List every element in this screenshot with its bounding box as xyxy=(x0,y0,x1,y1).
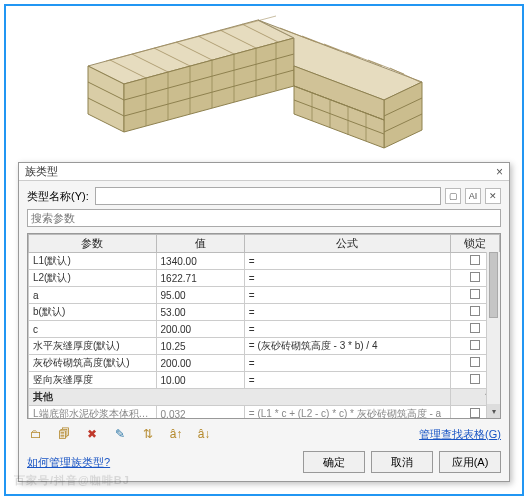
param-cell[interactable]: c xyxy=(29,321,157,338)
dialog-titlebar: 族类型 × xyxy=(19,163,509,181)
scroll-down-icon[interactable]: ▾ xyxy=(487,404,500,418)
search-row xyxy=(19,209,509,233)
lock-checkbox[interactable] xyxy=(470,357,480,367)
param-cell[interactable]: 竖向灰缝厚度 xyxy=(29,372,157,389)
value-cell[interactable]: 53.00 xyxy=(156,304,244,321)
value-cell[interactable]: 200.00 xyxy=(156,355,244,372)
type-name-input[interactable] xyxy=(95,187,441,205)
formula-cell[interactable]: = xyxy=(244,270,450,287)
table-row[interactable]: L2(默认)1622.71= xyxy=(29,270,500,287)
formula-cell[interactable]: = xyxy=(244,321,450,338)
cancel-button[interactable]: 取消 xyxy=(371,451,433,473)
lock-checkbox[interactable] xyxy=(470,306,480,316)
modify-param-icon[interactable]: ✎ xyxy=(111,425,129,443)
sort-desc-icon[interactable]: â↓ xyxy=(195,425,213,443)
section-header-other[interactable]: 其他⯆ xyxy=(29,389,500,406)
lock-checkbox[interactable] xyxy=(470,272,480,282)
manage-lookup-button[interactable]: 管理查找表格(G) xyxy=(419,427,501,442)
formula-cell[interactable]: = (L1 * c + (L2 - c) * c) * 灰砂砖砌筑高度 - a xyxy=(244,406,450,420)
param-cell[interactable]: L1(默认) xyxy=(29,253,157,270)
lock-checkbox[interactable] xyxy=(470,323,480,333)
apply-button[interactable]: 应用(A) xyxy=(439,451,501,473)
table-row[interactable]: 水平灰缝厚度(默认)10.25= (灰砂砖砌筑高度 - 3 * b) / 4 xyxy=(29,338,500,355)
value-cell[interactable]: 95.00 xyxy=(156,287,244,304)
param-cell[interactable]: L2(默认) xyxy=(29,270,157,287)
param-cell[interactable]: a xyxy=(29,287,157,304)
value-cell[interactable]: 10.00 xyxy=(156,372,244,389)
table-row[interactable]: c200.00= xyxy=(29,321,500,338)
help-link[interactable]: 如何管理族类型? xyxy=(27,455,110,470)
param-cell[interactable]: L端底部水泥砂浆本体积(默认) xyxy=(29,406,157,420)
scrollbar-thumb[interactable] xyxy=(489,252,498,318)
formula-cell[interactable]: = (灰砂砖砌筑高度 - 3 * b) / 4 xyxy=(244,338,450,355)
model-viewport xyxy=(6,6,522,162)
table-row[interactable]: 竖向灰缝厚度10.00= xyxy=(29,372,500,389)
type-name-row: 类型名称(Y): ▢ AI ✕ xyxy=(19,181,509,209)
dialog-footer: 如何管理族类型? 确定 取消 应用(A) xyxy=(19,445,509,481)
value-cell[interactable]: 10.25 xyxy=(156,338,244,355)
formula-cell[interactable]: = xyxy=(244,253,450,270)
param-cell[interactable]: 灰砂砖砌筑高度(默认) xyxy=(29,355,157,372)
parameters-table-wrap: 参数 值 公式 锁定 L1(默认)1340.00=L2(默认)1622.71=a… xyxy=(27,233,501,419)
col-value[interactable]: 值 xyxy=(156,235,244,253)
lock-checkbox[interactable] xyxy=(470,255,480,265)
brick-wall-3d xyxy=(76,12,456,160)
sort-asc-icon[interactable]: â↑ xyxy=(167,425,185,443)
section-label: 其他 xyxy=(29,389,451,406)
table-row[interactable]: b(默认)53.00= xyxy=(29,304,500,321)
move-up-icon[interactable]: ⇅ xyxy=(139,425,157,443)
col-lock[interactable]: 锁定 xyxy=(450,235,499,253)
ok-button[interactable]: 确定 xyxy=(303,451,365,473)
parameters-table: 参数 值 公式 锁定 L1(默认)1340.00=L2(默认)1622.71=a… xyxy=(28,234,500,419)
lock-checkbox[interactable] xyxy=(470,340,480,350)
param-toolbar: 🗀 🗐 ✖ ✎ ⇅ â↑ â↓ 管理查找表格(G) xyxy=(19,419,509,445)
table-row[interactable]: L1(默认)1340.00= xyxy=(29,253,500,270)
close-icon[interactable]: × xyxy=(496,165,503,179)
delete-param-icon[interactable]: ✖ xyxy=(83,425,101,443)
table-row[interactable]: L端底部水泥砂浆本体积(默认)0.032= (L1 * c + (L2 - c)… xyxy=(29,406,500,420)
dialog-title-text: 族类型 xyxy=(25,164,58,179)
value-cell[interactable]: 0.032 xyxy=(156,406,244,420)
col-param[interactable]: 参数 xyxy=(29,235,157,253)
family-types-dialog: 族类型 × 类型名称(Y): ▢ AI ✕ 参数 值 公式 锁定 xyxy=(18,162,510,482)
param-cell[interactable]: 水平灰缝厚度(默认) xyxy=(29,338,157,355)
add-shared-param-icon[interactable]: 🗐 xyxy=(55,425,73,443)
value-cell[interactable]: 200.00 xyxy=(156,321,244,338)
rename-type-icon[interactable]: AI xyxy=(465,188,481,204)
lock-checkbox[interactable] xyxy=(470,408,480,418)
value-cell[interactable]: 1340.00 xyxy=(156,253,244,270)
lock-checkbox[interactable] xyxy=(470,289,480,299)
type-name-label: 类型名称(Y): xyxy=(27,189,89,204)
search-input[interactable] xyxy=(27,209,501,227)
new-param-icon[interactable]: 🗀 xyxy=(27,425,45,443)
table-row[interactable]: 灰砂砖砌筑高度(默认)200.00= xyxy=(29,355,500,372)
vertical-scrollbar[interactable]: ▾ xyxy=(486,252,500,418)
formula-cell[interactable]: = xyxy=(244,372,450,389)
formula-cell[interactable]: = xyxy=(244,304,450,321)
formula-cell[interactable]: = xyxy=(244,287,450,304)
new-type-icon[interactable]: ▢ xyxy=(445,188,461,204)
app-frame: 族类型 × 类型名称(Y): ▢ AI ✕ 参数 值 公式 锁定 xyxy=(4,4,524,496)
value-cell[interactable]: 1622.71 xyxy=(156,270,244,287)
param-cell[interactable]: b(默认) xyxy=(29,304,157,321)
col-formula[interactable]: 公式 xyxy=(244,235,450,253)
formula-cell[interactable]: = xyxy=(244,355,450,372)
delete-type-icon[interactable]: ✕ xyxy=(485,188,501,204)
lock-checkbox[interactable] xyxy=(470,374,480,384)
table-row[interactable]: a95.00= xyxy=(29,287,500,304)
